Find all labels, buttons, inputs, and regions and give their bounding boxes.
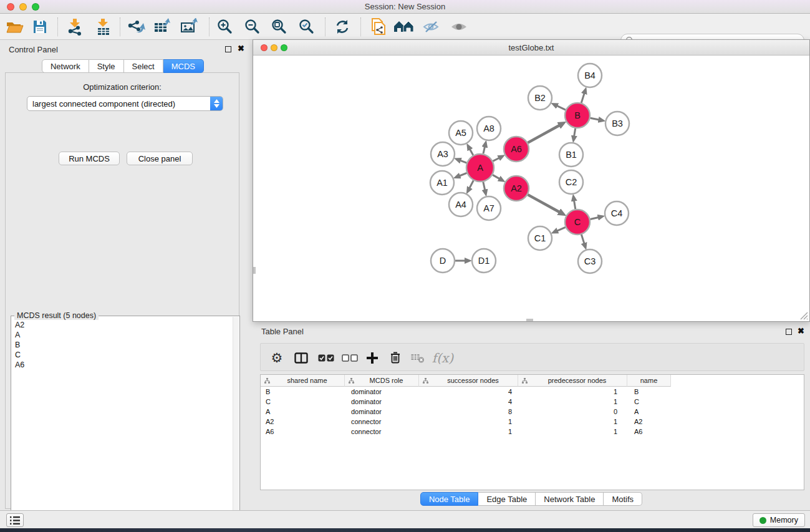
table-cell[interactable]: 4 bbox=[419, 397, 518, 407]
graph-node-B[interactable]: B bbox=[565, 103, 590, 128]
import-table-icon[interactable] bbox=[92, 17, 115, 37]
edge-B-B4[interactable] bbox=[581, 94, 584, 103]
zoom-fit-icon[interactable] bbox=[268, 17, 291, 37]
table-cell[interactable]: connector bbox=[345, 417, 419, 427]
vertical-scroll-thumb[interactable] bbox=[253, 267, 256, 274]
table-cell[interactable]: 1 bbox=[419, 427, 518, 437]
graph-node-C2[interactable]: C2 bbox=[559, 170, 583, 194]
table-cell[interactable]: A6 bbox=[627, 427, 671, 437]
table-row[interactable]: Bdominator41B bbox=[261, 387, 804, 397]
memory-button[interactable]: Memory bbox=[753, 513, 805, 527]
table-cell[interactable]: 1 bbox=[419, 417, 518, 427]
zoom-selected-icon[interactable] bbox=[296, 17, 318, 37]
table-cell[interactable]: B bbox=[627, 387, 671, 397]
column-header-shared-name[interactable]: shared name bbox=[261, 375, 345, 387]
tab-select[interactable]: Select bbox=[124, 59, 163, 73]
edge-A-A6[interactable] bbox=[493, 158, 499, 161]
tab-style[interactable]: Style bbox=[89, 59, 124, 73]
table-cell[interactable]: 4 bbox=[419, 387, 518, 397]
tab-network-table[interactable]: Network Table bbox=[536, 492, 604, 506]
export-table-icon[interactable] bbox=[152, 17, 174, 37]
graph-node-A8[interactable]: A8 bbox=[477, 117, 501, 140]
table-cell[interactable]: 0 bbox=[518, 407, 627, 417]
graph-node-B2[interactable]: B2 bbox=[528, 86, 552, 110]
graph-node-C4[interactable]: C4 bbox=[605, 201, 629, 225]
close-panel-button[interactable]: Close panel bbox=[127, 152, 193, 165]
graph-node-D[interactable]: D bbox=[431, 249, 455, 273]
network-window-titlebar[interactable]: testGlobe.txt bbox=[253, 40, 809, 56]
edge-A2-C[interactable] bbox=[528, 195, 559, 212]
horizontal-scroll-thumb[interactable] bbox=[526, 319, 533, 321]
table-row[interactable]: Adominator80A bbox=[261, 407, 804, 417]
export-image-icon[interactable] bbox=[178, 17, 201, 37]
graph-node-B1[interactable]: B1 bbox=[559, 143, 583, 167]
table-cell[interactable]: 1 bbox=[518, 387, 627, 397]
mcds-list-scrollbar[interactable] bbox=[233, 317, 239, 531]
table-settings-icon[interactable]: ⚙ bbox=[268, 344, 286, 372]
edge-C-C2[interactable] bbox=[574, 201, 576, 210]
homes-icon[interactable] bbox=[393, 17, 415, 37]
table-cell[interactable]: dominator bbox=[345, 387, 419, 397]
open-file-icon[interactable] bbox=[4, 17, 26, 37]
graph-node-A2[interactable]: A2 bbox=[504, 176, 529, 201]
mcds-result-item[interactable]: A bbox=[12, 330, 232, 340]
graph-node-A1[interactable]: A1 bbox=[430, 171, 454, 195]
table-cell[interactable]: C bbox=[627, 397, 671, 407]
table-cell[interactable]: A2 bbox=[627, 417, 671, 427]
network-canvas[interactable]: AA1A2A3A4A5A6A7A8BB1B2B3B4CC1C2C3C4DD1 bbox=[253, 56, 809, 321]
mcds-result-item[interactable]: A2 bbox=[12, 320, 232, 330]
edge-A-A1[interactable] bbox=[460, 173, 467, 176]
column-header-name[interactable]: name bbox=[627, 375, 671, 387]
delete-table-icon[interactable] bbox=[408, 344, 427, 372]
show-all-icon[interactable] bbox=[448, 17, 470, 37]
duplicate-network-icon[interactable] bbox=[367, 17, 390, 37]
graph-node-D1[interactable]: D1 bbox=[472, 249, 496, 273]
table-cell[interactable]: dominator bbox=[345, 407, 419, 417]
graph-node-A[interactable]: A bbox=[466, 154, 494, 181]
float-panel-icon[interactable] bbox=[225, 46, 231, 52]
network-graph[interactable]: AA1A2A3A4A5A6A7A8BB1B2B3B4CC1C2C3C4DD1 bbox=[253, 56, 809, 321]
deselect-checkboxes-icon[interactable] bbox=[339, 344, 360, 372]
table-cell[interactable]: 1 bbox=[518, 397, 627, 407]
edge-A-A7[interactable] bbox=[483, 181, 485, 190]
select-all-checkboxes-icon[interactable] bbox=[316, 344, 337, 372]
edge-B-B2[interactable] bbox=[557, 106, 566, 110]
graph-node-A3[interactable]: A3 bbox=[431, 142, 455, 166]
table-cell[interactable]: A2 bbox=[261, 417, 345, 427]
table-cell[interactable]: A6 bbox=[261, 427, 345, 437]
edge-A-A8[interactable] bbox=[483, 147, 485, 153]
tab-edge-table[interactable]: Edge Table bbox=[478, 492, 536, 506]
split-columns-icon[interactable] bbox=[292, 344, 311, 372]
optimization-criterion-select[interactable]: largest connected component (directed) bbox=[27, 96, 223, 111]
delete-column-icon[interactable] bbox=[387, 344, 404, 372]
zoom-out-icon[interactable] bbox=[241, 17, 264, 37]
table-cell[interactable]: 1 bbox=[518, 417, 627, 427]
edge-C-C3[interactable] bbox=[581, 235, 584, 243]
edge-A-A4[interactable] bbox=[470, 180, 473, 188]
edge-C-C1[interactable] bbox=[557, 227, 566, 231]
table-row[interactable]: A6connector11A6 bbox=[261, 427, 804, 437]
table-row[interactable]: Cdominator41C bbox=[261, 397, 804, 407]
table-cell[interactable]: B bbox=[261, 387, 345, 397]
tab-network[interactable]: Network bbox=[42, 59, 89, 73]
graph-node-B3[interactable]: B3 bbox=[605, 112, 629, 135]
column-header-MCDS-role[interactable]: MCDS role bbox=[345, 375, 419, 387]
table-cell[interactable]: A bbox=[627, 407, 671, 417]
close-table-panel-icon[interactable]: ✖ bbox=[798, 328, 804, 334]
table-cell[interactable]: A bbox=[261, 407, 345, 417]
graph-node-A6[interactable]: A6 bbox=[504, 137, 529, 162]
table-cell[interactable]: 1 bbox=[518, 427, 627, 437]
run-mcds-button[interactable]: Run MCDS bbox=[59, 152, 120, 165]
edge-A-A3[interactable] bbox=[460, 160, 466, 163]
task-history-button[interactable] bbox=[6, 513, 24, 527]
float-table-panel-icon[interactable] bbox=[786, 329, 792, 335]
table-cell[interactable]: connector bbox=[345, 427, 419, 437]
save-session-icon[interactable] bbox=[29, 17, 51, 37]
edge-A-A5[interactable] bbox=[470, 149, 473, 155]
column-header-predecessor-nodes[interactable]: predecessor nodes bbox=[518, 375, 627, 387]
import-network-icon[interactable] bbox=[64, 17, 87, 37]
mcds-result-item[interactable]: B bbox=[12, 340, 232, 350]
graph-node-C[interactable]: C bbox=[565, 210, 590, 235]
column-header-successor-nodes[interactable]: successor nodes bbox=[419, 375, 518, 387]
edge-A6-B[interactable] bbox=[528, 125, 559, 143]
